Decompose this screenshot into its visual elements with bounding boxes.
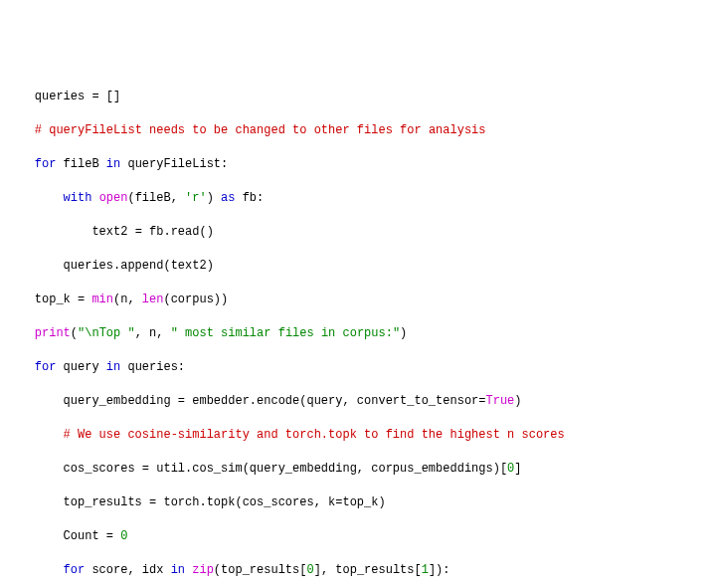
code-line: queries = []	[6, 89, 714, 105]
code-line: Count = 0	[6, 528, 714, 545]
code-line: for fileB in queryFileList:	[6, 156, 714, 173]
code-line: text2 = fb.read()	[6, 224, 714, 241]
code-line: query_embedding = embedder.encode(query,…	[6, 393, 714, 410]
code-line: queries.append(text2)	[6, 258, 714, 275]
code-line: for query in queries:	[6, 359, 714, 376]
code-line: for score, idx in zip(top_results[0], to…	[6, 562, 714, 579]
code-line: cos_scores = util.cos_sim(query_embeddin…	[6, 461, 714, 478]
code-line: # queryFileList needs to be changed to o…	[6, 122, 714, 139]
code-line: print("\nTop ", n, " most similar files …	[6, 325, 714, 342]
code-line: top_k = min(n, len(corpus))	[6, 292, 714, 308]
code-line: with open(fileB, 'r') as fb:	[6, 190, 714, 207]
code-line: # We use cosine-similarity and torch.top…	[6, 427, 714, 444]
code-line: top_results = torch.topk(cos_scores, k=t…	[6, 494, 714, 511]
code-block: queries = [] # queryFileList needs to be…	[6, 72, 714, 588]
